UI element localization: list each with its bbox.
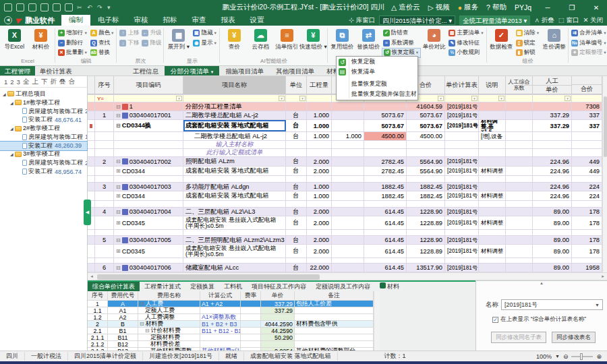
ribbon-tab-电子标[interactable]: 电子标 bbox=[90, 15, 127, 26]
menu-item-批量恢复定额[interactable]: 批量恢复定额 bbox=[337, 80, 417, 90]
展开到-button[interactable]: ▦展开到 ▾ bbox=[165, 27, 192, 51]
collapse-ribbon-button[interactable]: ∧ 折叠 bbox=[534, 16, 554, 25]
filter-cell-工程量[interactable] bbox=[307, 95, 332, 102]
filter-icon[interactable]: ▾ bbox=[498, 96, 504, 101]
ribbon-tab-报表[interactable]: 报表 bbox=[214, 15, 243, 26]
cost-row[interactable]: 1.1A1定额人工费337.29 bbox=[88, 307, 374, 314]
sync-rename-button[interactable]: 同步修改表名 bbox=[552, 332, 596, 343]
back-button[interactable]: ◄ bbox=[4, 16, 12, 24]
list-library-select[interactable]: 全统工程量清单2013 ▾ bbox=[459, 16, 530, 25]
zoom-level[interactable]: 100% bbox=[536, 353, 552, 360]
tree-toolbar-叠[interactable]: 叠 bbox=[59, 78, 66, 86]
系数调整-button[interactable]: ≡系数调整 bbox=[382, 38, 421, 49]
数据检查-button[interactable]: ✓数据检查 bbox=[488, 27, 515, 51]
boq-row[interactable]: 5⊟030404017005二、三层照明配电箱 ALzm2\ALzm3台2.00… bbox=[88, 236, 602, 245]
造价调整-button[interactable]: ⌂造价调整 bbox=[541, 27, 567, 51]
maximize-button[interactable]: ❐ bbox=[564, 4, 580, 11]
boq-row[interactable] bbox=[88, 201, 602, 208]
left-tab-工程管理[interactable]: 工程管理 bbox=[0, 66, 35, 75]
快速组价-button[interactable]: ¥快速组价 ▾ bbox=[300, 27, 326, 51]
service-button[interactable]: ●服务 bbox=[458, 3, 478, 12]
bottom-tab-综合单价计算表[interactable]: 综合单价计算表 bbox=[88, 282, 140, 291]
cut-icon[interactable]: ✂ bbox=[77, 3, 83, 11]
column-header-项目名称[interactable]: 项目名称 bbox=[183, 76, 286, 94]
删除行-button[interactable]: −删除行 bbox=[57, 38, 89, 49]
解锁-button[interactable]: ▮解锁 bbox=[515, 48, 541, 58]
定额整理-button[interactable]: ✦定额整理▼ bbox=[570, 48, 607, 58]
合并清单-button[interactable]: ⇉合并清单▼ bbox=[570, 28, 607, 38]
filter-cell-单位[interactable]: ▾ bbox=[286, 95, 307, 102]
boq-row[interactable] bbox=[88, 258, 602, 264]
sync-rename-same-button[interactable]: 同步修改同名子表 bbox=[491, 332, 546, 343]
增加行-button[interactable]: +增加行▼ bbox=[57, 28, 89, 38]
save-as-icon[interactable] bbox=[40, 3, 49, 11]
column-header-说明[interactable]: 说明 bbox=[479, 76, 506, 94]
main-tab-分部分项清单[interactable]: 分部分项清单 ▾ bbox=[165, 66, 219, 75]
column-header-单位[interactable]: 单位 bbox=[286, 76, 307, 94]
main-tab-措施项目清单[interactable]: 措施项目清单 bbox=[219, 66, 270, 75]
bottom-column-费率[interactable]: 费率 bbox=[241, 291, 261, 300]
filter-cell-合价[interactable] bbox=[572, 95, 602, 102]
boq-row[interactable]: 输入主材名称 bbox=[88, 141, 602, 149]
bottom-tab-定额说明及工作内容[interactable]: 定额说明及工作内容 bbox=[311, 282, 375, 291]
tree-item-工程总项目[interactable]: ◢工程总项目 bbox=[0, 90, 87, 98]
bottom-column-计算公式[interactable]: 计算公式 bbox=[200, 291, 241, 300]
calc-table-name-select[interactable]: [2019]181号▼ bbox=[501, 299, 603, 310]
column-header-项目编码[interactable]: 项目编码 bbox=[114, 76, 183, 94]
bottom-column-费用名称[interactable]: 费用名称 bbox=[138, 291, 200, 300]
bottom-tab-工料机[interactable]: 工料机 bbox=[219, 282, 247, 291]
help-button[interactable]: ?帮助 bbox=[486, 3, 507, 12]
filter-cell-项目编码[interactable]: ▾ bbox=[114, 95, 183, 102]
清单编号-button[interactable]: №清单编号▼ bbox=[570, 38, 607, 49]
export-icon[interactable] bbox=[65, 3, 73, 11]
cost-row[interactable]: 1.2A2人工费调整A1×调整系数 bbox=[88, 314, 374, 321]
boq-row[interactable]: ⊟1分部分项工程量清单41604.59[2019]181号7308 bbox=[88, 102, 602, 111]
tree-toolbar-合[interactable]: 合 bbox=[68, 78, 75, 86]
zoom-out-icon[interactable]: ⊖ bbox=[563, 353, 569, 360]
horizontal-scrollbar[interactable]: ◂ ▸ bbox=[88, 272, 607, 280]
tree-toolbar-3[interactable]: 3 bbox=[17, 78, 20, 86]
材料价-button[interactable]: ¥材料价 bbox=[28, 27, 54, 51]
ribbon-tab-设置[interactable]: 设置 bbox=[243, 15, 272, 26]
bottom-tab-工程量计算式[interactable]: 工程量计算式 bbox=[140, 282, 185, 291]
video-button[interactable]: ▷视频 bbox=[428, 3, 450, 12]
main-tab-其他项目清单[interactable]: 其他项目清单 bbox=[270, 66, 320, 75]
filter-cell-state[interactable] bbox=[88, 95, 95, 102]
boq-row[interactable]: 2⊟030404017002照明配电箱 ALzm台2.0002782.45556… bbox=[88, 157, 602, 166]
boq-row[interactable]: 此行输入定额或清单 bbox=[88, 149, 602, 157]
修改特征-button[interactable]: ✎修改特征 bbox=[447, 38, 485, 49]
bottom-column-单价[interactable]: 单价 bbox=[261, 291, 295, 300]
filter-cell-项目名称[interactable]: ▾ bbox=[183, 95, 286, 102]
filter-cell-单价[interactable]: ▾ bbox=[533, 95, 572, 102]
redo-icon[interactable]: ↷ bbox=[97, 3, 103, 11]
tree-toolbar-折[interactable]: 折 bbox=[50, 78, 57, 86]
open-file-icon[interactable] bbox=[16, 3, 24, 11]
filter-icon[interactable]: ▾ bbox=[471, 96, 478, 101]
tree-toolbar-2[interactable]: 2 bbox=[10, 78, 13, 86]
云存档-button[interactable]: ☁云存档 bbox=[248, 27, 274, 51]
boq-row[interactable]: ⊞CD0344成套配电箱安装 落地式配电箱台2.0002782.455564.9… bbox=[88, 166, 602, 176]
scroll-right-icon[interactable]: ▸ bbox=[599, 274, 607, 279]
boq-row[interactable]: ⊞CD0344成套配电箱安装 落地式配电箱台1.0001882.451882.4… bbox=[88, 191, 602, 201]
小数规则-button[interactable]: ½小数规则 bbox=[447, 48, 485, 58]
column-header-合价[interactable]: 合价 bbox=[572, 76, 602, 94]
left-tab-单价计算表[interactable]: 单价计算表 bbox=[35, 66, 77, 75]
boq-row[interactable]: 1⊟030404017001二期教学楼总配电箱 AL-j2台1.0005073.… bbox=[88, 111, 602, 120]
bottom-column-序号[interactable]: 序号 bbox=[88, 291, 108, 300]
user-label[interactable]: PYJq bbox=[515, 3, 531, 11]
filter-cell-序号[interactable]: Y= bbox=[95, 95, 114, 102]
tree-toolbar-1[interactable]: 1 bbox=[4, 78, 7, 86]
filter-icon[interactable]: ▾ bbox=[438, 96, 444, 101]
tree-item-房屋建筑与装饰工程[interactable]: 房屋建筑与装饰工程2,.. bbox=[0, 107, 87, 116]
filter-cell-说明[interactable]: ▾ bbox=[479, 95, 506, 102]
cost-row[interactable]: 1A⊟人工费A1 + A2337.29包括人工价差 bbox=[88, 301, 374, 307]
主要清单-button[interactable]: ▤主要清单▼ bbox=[447, 28, 485, 38]
boq-row[interactable] bbox=[88, 230, 602, 236]
menu-item-恢复清单[interactable]: ▤恢复清单 bbox=[337, 67, 417, 78]
降级-button[interactable]: →降级 bbox=[140, 38, 163, 49]
颜色-button[interactable]: A颜色▼ bbox=[89, 28, 115, 38]
undo-icon[interactable]: ↶ bbox=[87, 3, 93, 11]
window-button[interactable]: ⬚ 窗口 bbox=[558, 16, 579, 25]
boq-row[interactable]: 6⊟030404017006储藏室配电箱 ALcc台22.000614.4513… bbox=[88, 264, 602, 272]
boq-row[interactable]: 3⊟030404017003多功能厅配电箱 ALdgn台1.0001882.45… bbox=[88, 183, 602, 191]
